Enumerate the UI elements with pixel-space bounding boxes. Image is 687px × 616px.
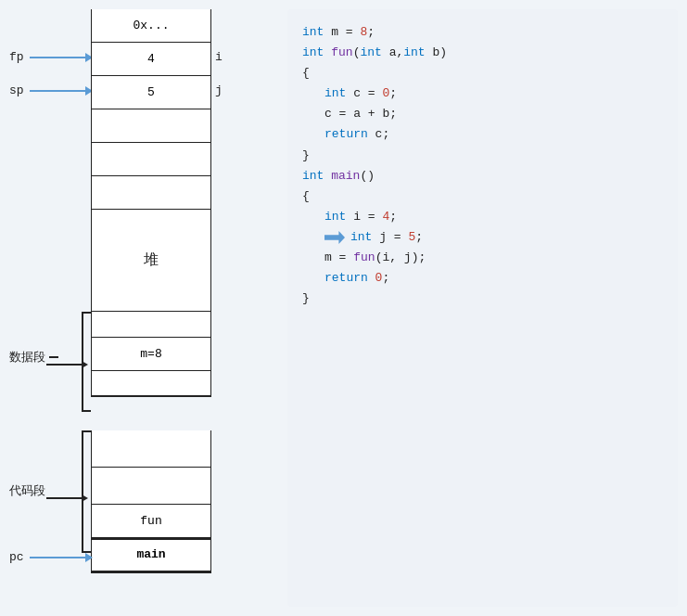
stack-cell-0x: 0x... — [91, 9, 211, 43]
heap-cell: 堆 — [91, 210, 211, 312]
code-line-1: int m = 8; — [302, 22, 663, 43]
code-line-4: int c = 0; — [302, 83, 663, 104]
code-segment-label: 代码段 — [9, 482, 45, 499]
code-line-5: c = a + b; — [302, 104, 663, 124]
data-cell-top — [91, 312, 211, 338]
sp-arrow: sp — [9, 83, 93, 97]
data-cell-m8: m=8 — [91, 338, 211, 371]
fp-label: fp — [9, 50, 26, 64]
code-line-8: int main() — [302, 166, 663, 186]
main-label: main — [136, 547, 165, 561]
code-line-2: int fun(int a,int b) — [302, 43, 663, 63]
pc-arrow: pc — [9, 550, 93, 564]
code-line-7: } — [302, 146, 663, 166]
code-cell-top1 — [91, 430, 211, 468]
code-line-10: int i = 4; — [302, 207, 663, 227]
pc-label: pc — [9, 550, 26, 564]
code-cell-top2 — [91, 468, 211, 505]
code-line-12: m = fun(i, j); — [302, 248, 663, 268]
data-cell-bottom — [91, 371, 211, 397]
fun-label: fun — [140, 514, 161, 528]
memory-diagram: 0x... fp 4 i sp 5 j 堆 数据段 — [9, 9, 269, 607]
gap-cell — [91, 397, 211, 430]
code-cell-fun: fun — [91, 505, 211, 538]
stack-cell-i: 4 — [91, 43, 211, 76]
sp-label: sp — [9, 83, 26, 97]
code-panel: int m = 8; int fun(int a,int b) { int c … — [287, 9, 678, 607]
i-label: i — [215, 50, 223, 64]
stack-cell-3 — [91, 109, 211, 143]
code-line-3: { — [302, 63, 663, 83]
code-line-14: } — [302, 289, 663, 309]
stack-cell-5 — [91, 176, 211, 210]
heap-label: 堆 — [144, 250, 159, 270]
code-line-6: return c; — [302, 124, 663, 145]
code-line-13: return 0; — [302, 268, 663, 289]
code-line-9: { — [302, 186, 663, 207]
stack-cell-j: 5 — [91, 76, 211, 109]
stack-cell-4 — [91, 143, 211, 176]
code-line-11: int j = 5; — [302, 227, 663, 248]
m8-label: m=8 — [140, 347, 161, 361]
j-label: j — [215, 83, 223, 97]
code-cell-main: main — [91, 538, 211, 571]
fp-arrow: fp — [9, 50, 93, 64]
current-line-arrow — [324, 231, 345, 244]
